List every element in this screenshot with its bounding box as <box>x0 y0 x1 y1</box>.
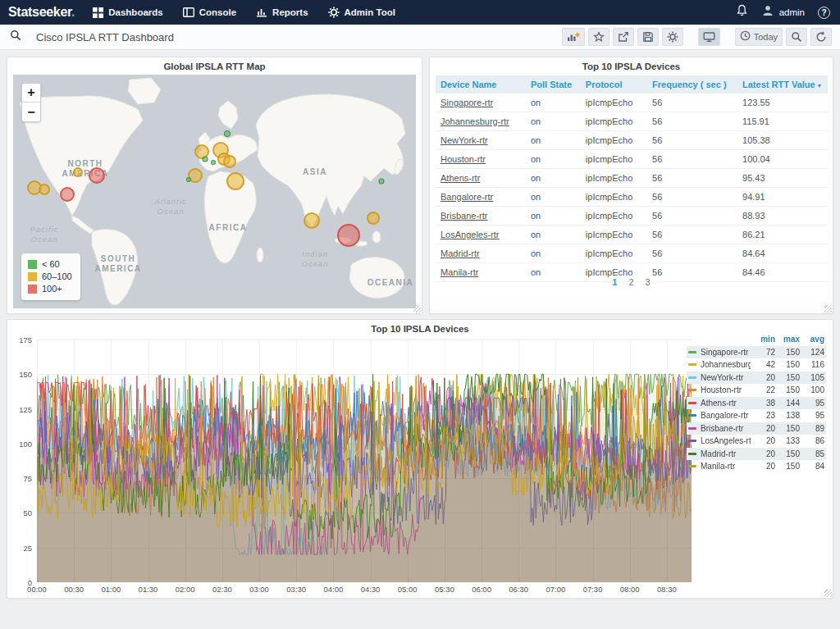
device-name-cell: NewYork-rtr <box>436 131 526 150</box>
chart-legend-row[interactable]: Singapore-rtr72150124 <box>687 346 826 359</box>
refresh-button[interactable] <box>810 28 832 46</box>
device-link[interactable]: Athens-rtr <box>441 173 480 183</box>
series-min: 20 <box>751 373 775 382</box>
rtt-map-marker-yellow[interactable] <box>74 168 82 176</box>
nav-item-admin-tool[interactable]: Admin Tool <box>328 7 395 18</box>
series-color-swatch <box>688 363 696 366</box>
page-button[interactable]: 3 <box>646 277 651 287</box>
rtt-map-marker-yellow[interactable] <box>224 156 235 167</box>
rtt-map-marker-red[interactable] <box>61 188 74 201</box>
rtt-map-marker-yellow[interactable] <box>39 185 49 194</box>
series-name: NewYork-rtr <box>701 373 751 382</box>
rtt-map-marker-green[interactable] <box>212 161 216 165</box>
chart-legend-row[interactable]: Bangalore-rtr2313895 <box>687 409 826 422</box>
series-color-swatch <box>688 414 696 417</box>
username-label[interactable]: admin <box>779 7 805 17</box>
chart-legend-row[interactable]: Manila-rtr2015084 <box>687 460 826 473</box>
table-row: LosAngeles-rtronipIcmpEcho5686.21 <box>436 226 828 244</box>
chart-legend-row[interactable]: Athens-rtr3814495 <box>687 397 826 410</box>
panel-resize-handle[interactable] <box>824 305 832 312</box>
notifications-bell-icon[interactable] <box>736 4 748 21</box>
device-link[interactable]: NewYork-rtr <box>441 135 488 145</box>
user-avatar-icon[interactable] <box>761 4 774 21</box>
chart-legend-row[interactable]: Madrid-rtr2015085 <box>687 448 826 461</box>
zoom-button[interactable] <box>786 28 807 46</box>
device-link[interactable]: Johannesburg-rtr <box>441 116 509 126</box>
x-axis-tick: 04:00 <box>319 585 347 594</box>
column-header[interactable]: Poll State <box>526 75 581 93</box>
rtt-map-marker-yellow[interactable] <box>368 212 379 224</box>
nav-item-reports[interactable]: Reports <box>256 7 308 17</box>
rtt-timeseries-chart[interactable] <box>37 340 692 582</box>
console-icon <box>183 7 194 17</box>
device-name-cell: Singapore-rtr <box>436 93 526 112</box>
add-widget-button[interactable] <box>562 28 585 46</box>
series-max: 144 <box>775 399 800 408</box>
rtt-map-marker-yellow[interactable] <box>304 213 319 228</box>
device-link[interactable]: LosAngeles-rtr <box>441 230 500 239</box>
chart-legend-row[interactable]: LosAngeles-rtr2013386 <box>687 435 826 448</box>
table-cell: on <box>526 131 581 150</box>
device-link[interactable]: Singapore-rtr <box>441 98 493 107</box>
series-max: 138 <box>775 411 800 420</box>
x-axis-tick: 03:00 <box>245 585 273 594</box>
table-cell: 95.43 <box>737 169 828 188</box>
rtt-map-marker-green[interactable] <box>225 131 231 137</box>
rtt-map-marker-green[interactable] <box>379 179 384 184</box>
device-link[interactable]: Madrid-rtr <box>441 248 480 258</box>
map-zoom-in-button[interactable]: + <box>22 84 40 103</box>
rtt-map-marker-green[interactable] <box>203 157 208 162</box>
search-icon[interactable] <box>10 30 21 44</box>
y-axis-tick: 75 <box>11 474 32 483</box>
page-button[interactable]: 1 <box>612 277 617 287</box>
device-link[interactable]: Brisbane-rtr <box>441 211 487 221</box>
table-cell: ipIcmpEcho <box>581 169 647 188</box>
chart-legend-row[interactable]: Johannesburg-rtr42150116 <box>687 358 826 371</box>
table-cell: ipIcmpEcho <box>581 207 647 226</box>
chart-legend-row[interactable]: NewYork-rtr20150105 <box>687 371 826 385</box>
chart-legend-row[interactable]: Houston-rtr22150100 <box>687 384 826 397</box>
rtt-map-marker-red[interactable] <box>338 225 359 246</box>
share-button[interactable] <box>613 28 634 46</box>
table-cell: 84.64 <box>737 244 828 263</box>
map-label: SOUTH <box>101 254 136 263</box>
series-min: 20 <box>751 449 775 458</box>
nav-item-console[interactable]: Console <box>183 7 236 17</box>
page-button[interactable]: 2 <box>628 277 633 287</box>
map-label: Atlantic <box>153 197 186 206</box>
device-name-cell: Madrid-rtr <box>436 244 526 263</box>
y-axis-tick: 150 <box>11 370 32 379</box>
table-row: Johannesburg-rtronipIcmpEcho56115.91 <box>436 112 828 131</box>
world-map[interactable]: NORTHAMERICASOUTHAMERICAAFRICAASIAOCEANI… <box>13 75 416 308</box>
favorite-star-button[interactable] <box>588 28 609 46</box>
table-cell: on <box>526 150 581 169</box>
table-cell: 88.93 <box>737 207 828 226</box>
rtt-map-marker-green[interactable] <box>187 178 191 182</box>
table-cell: 56 <box>647 169 737 188</box>
save-button[interactable] <box>637 28 659 46</box>
map-legend: < 60 60–100 100+ <box>21 253 80 300</box>
column-header[interactable]: Device Name <box>436 75 526 93</box>
rtt-map-marker-yellow[interactable] <box>195 145 208 158</box>
device-link[interactable]: Houston-rtr <box>441 154 486 164</box>
series-avg: 86 <box>800 436 824 445</box>
series-max: 150 <box>775 462 800 471</box>
column-header[interactable]: Protocol <box>581 75 647 93</box>
device-link[interactable]: Manila-rtr <box>441 267 478 277</box>
chart-legend-row[interactable]: Brisbane-rtr2015089 <box>687 422 826 435</box>
rtt-map-marker-red[interactable] <box>89 168 104 183</box>
device-link[interactable]: Bangalore-rtr <box>441 192 493 202</box>
map-zoom-out-button[interactable]: − <box>22 103 40 121</box>
panel-resize-handle[interactable] <box>413 305 421 312</box>
time-range-today-button[interactable]: Today <box>735 28 783 46</box>
panel-resize-handle[interactable] <box>824 590 832 597</box>
column-header[interactable]: Frequency ( sec ) <box>647 75 737 93</box>
display-mode-button[interactable] <box>698 28 720 46</box>
column-header[interactable]: Latest RTT Value▾ <box>737 75 828 93</box>
rtt-map-marker-yellow[interactable] <box>227 173 244 189</box>
statseeker-logo[interactable]: Statseeker. <box>8 5 75 20</box>
help-icon[interactable]: ? <box>818 7 830 19</box>
nav-item-dashboards[interactable]: Dashboards <box>93 7 162 18</box>
settings-gear-button[interactable] <box>662 28 683 46</box>
table-cell: on <box>526 244 581 263</box>
